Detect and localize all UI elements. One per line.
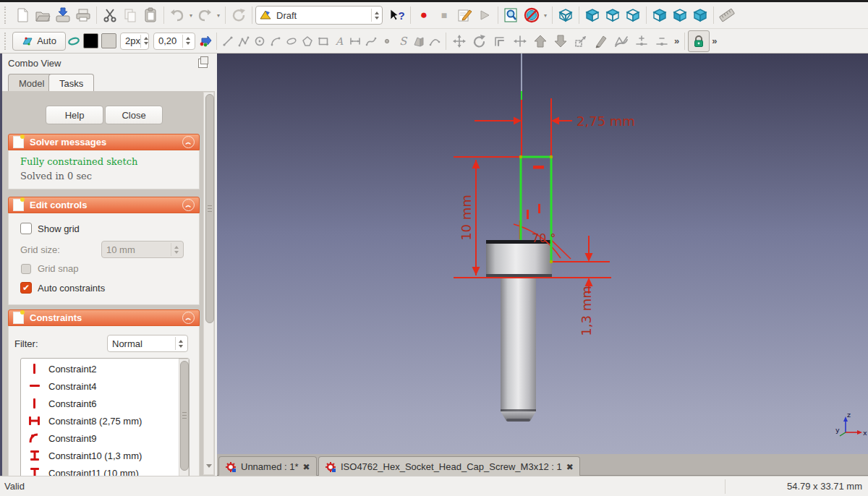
cut-button[interactable] xyxy=(100,5,120,25)
document-tab-iso4762[interactable]: ISO4762_Hex_Socket_Head_Cap_Screw_M3x12 … xyxy=(318,456,580,476)
draft-wire-to-bspline-button[interactable] xyxy=(611,31,631,51)
whats-this-button[interactable]: ? xyxy=(387,5,407,25)
constraint-list-item[interactable]: Constraint10 (1,3 mm) xyxy=(21,447,189,464)
tasks-scrollbar-thumb[interactable] xyxy=(205,94,214,323)
draft-ellipse-button[interactable] xyxy=(284,31,299,51)
draft-trimex-button[interactable] xyxy=(510,31,530,51)
collapse-section-icon[interactable]: ︽ xyxy=(182,312,195,324)
constraint-list[interactable]: Constraint2 Constraint4 Constraint6 xyxy=(20,358,190,476)
constraint-list-item[interactable]: Constraint4 xyxy=(21,377,189,395)
macro-stop-button[interactable]: ■ xyxy=(434,5,454,25)
draft-arc-button[interactable] xyxy=(268,31,284,51)
dimension-height-label[interactable]: 10 mm xyxy=(459,194,474,241)
new-document-button[interactable] xyxy=(12,5,33,25)
draw-style-dropdown[interactable]: ▾ xyxy=(542,12,549,19)
constraint-list-item[interactable]: Constraint6 xyxy=(21,395,189,412)
filter-spin[interactable] xyxy=(175,337,183,350)
draft-rotate-button[interactable] xyxy=(469,31,490,51)
save-button[interactable] xyxy=(53,5,73,25)
view-left-button[interactable] xyxy=(690,5,710,25)
3d-viewport[interactable]: 2,75 mm 10 mm 70 ° 1,3 mm z y x xyxy=(217,54,868,454)
draft-offset-button[interactable] xyxy=(490,31,510,51)
constraints-header[interactable]: Constraints ︽ xyxy=(8,309,200,326)
measure-button[interactable] xyxy=(717,5,737,25)
vertical-constraint-marker[interactable] xyxy=(538,204,540,213)
draft-edit-button[interactable] xyxy=(591,31,611,51)
constraint-filter-select[interactable]: Normal xyxy=(107,335,188,352)
close-tab-icon[interactable]: ✖ xyxy=(303,462,310,472)
panel-float-icon[interactable] xyxy=(198,59,208,68)
face-color-swatch[interactable] xyxy=(101,33,116,48)
toolbar-overflow-button[interactable]: » xyxy=(672,35,681,46)
grid-snap-checkbox[interactable] xyxy=(21,264,31,274)
line-width-spin[interactable] xyxy=(140,35,148,48)
screw-shaft[interactable] xyxy=(501,278,536,411)
draft-delete-point-button[interactable] xyxy=(652,31,672,51)
grid-size-spinbox[interactable]: 10 mm xyxy=(101,241,184,258)
print-button[interactable] xyxy=(73,5,93,25)
draft-scale-button[interactable] xyxy=(571,31,591,51)
draft-rectangle-button[interactable] xyxy=(315,31,331,51)
dimension-angle-label[interactable]: 70 ° xyxy=(532,231,556,245)
copy-button[interactable] xyxy=(120,5,140,25)
redo-button[interactable] xyxy=(195,5,215,25)
draft-upgrade-button[interactable] xyxy=(530,31,550,51)
collapse-section-icon[interactable]: ︽ xyxy=(182,136,195,148)
solver-messages-header[interactable]: Solver messages ︽ xyxy=(8,134,200,150)
dimension-width-label[interactable]: 2,75 mm xyxy=(576,114,635,129)
view-right-button[interactable] xyxy=(623,5,643,25)
edit-controls-header[interactable]: Edit controls ︽ xyxy=(8,197,200,213)
view-axonometric-button[interactable] xyxy=(556,5,576,25)
constraint-list-item[interactable]: Constraint8 (2,75 mm) xyxy=(21,412,189,429)
draft-wire-button[interactable] xyxy=(236,31,252,51)
draft-dimension-button[interactable] xyxy=(347,31,363,51)
draft-snap-toggle[interactable] xyxy=(66,31,82,51)
draft-point-button[interactable] xyxy=(379,31,395,51)
draft-line-button[interactable] xyxy=(220,31,236,51)
constraint-list-item[interactable]: Constraint2 xyxy=(21,360,189,377)
draft-downgrade-button[interactable] xyxy=(550,31,571,51)
view-top-button[interactable] xyxy=(603,5,623,25)
redo-dropdown[interactable]: ▾ xyxy=(215,12,222,19)
dimension-depth-label[interactable]: 1,3 mm xyxy=(579,286,594,335)
macro-run-button[interactable] xyxy=(475,5,495,25)
help-button[interactable]: Help xyxy=(46,106,103,124)
draft-circle-button[interactable] xyxy=(252,31,268,51)
draft-facebinder-button[interactable] xyxy=(411,31,427,51)
apply-style-button[interactable] xyxy=(197,31,213,51)
toolbar-overflow-button[interactable]: » xyxy=(710,35,719,46)
open-document-button[interactable] xyxy=(33,5,53,25)
document-tab-unnamed[interactable]: Unnamed : 1* ✖ xyxy=(218,456,317,476)
constraint-list-scrollbar-thumb[interactable] xyxy=(180,361,189,471)
draft-bezier-button[interactable] xyxy=(427,31,443,51)
toggle-lock-button[interactable] xyxy=(688,30,710,52)
workbench-spin[interactable] xyxy=(371,9,379,22)
close-button[interactable]: Close xyxy=(105,106,163,124)
tasks-scrollbar[interactable] xyxy=(203,92,214,475)
vertical-constraint-marker[interactable] xyxy=(527,210,529,219)
grid-size-spin[interactable] xyxy=(171,243,179,256)
draft-shapestring-button[interactable]: S xyxy=(395,31,411,51)
draft-polygon-button[interactable] xyxy=(299,31,315,51)
toolbar-drag-handle[interactable] xyxy=(4,33,9,50)
macro-edit-button[interactable] xyxy=(454,5,475,25)
horizontal-constraint-marker[interactable] xyxy=(533,166,544,169)
refresh-button[interactable] xyxy=(229,5,249,25)
draw-style-button[interactable] xyxy=(522,5,542,25)
collapse-section-icon[interactable]: ︽ xyxy=(182,199,195,211)
draft-text-button[interactable]: A xyxy=(331,31,347,51)
fit-all-button[interactable] xyxy=(501,5,522,25)
undo-button[interactable] xyxy=(167,5,187,25)
view-rear-button[interactable] xyxy=(650,5,670,25)
undo-dropdown[interactable]: ▾ xyxy=(187,12,195,19)
scale-spin[interactable] xyxy=(182,35,190,48)
constraint-list-item[interactable]: Constraint9 xyxy=(21,429,189,447)
line-color-swatch[interactable] xyxy=(83,33,98,48)
tab-tasks[interactable]: Tasks xyxy=(48,74,94,93)
paste-button[interactable] xyxy=(140,5,161,25)
workbench-selector[interactable]: Draft xyxy=(255,6,383,25)
macro-record-button[interactable]: ● xyxy=(414,5,434,25)
draft-auto-plane-button[interactable]: Auto xyxy=(12,32,66,51)
close-tab-icon[interactable]: ✖ xyxy=(566,462,574,472)
constraint-list-scrollbar[interactable] xyxy=(179,359,189,476)
